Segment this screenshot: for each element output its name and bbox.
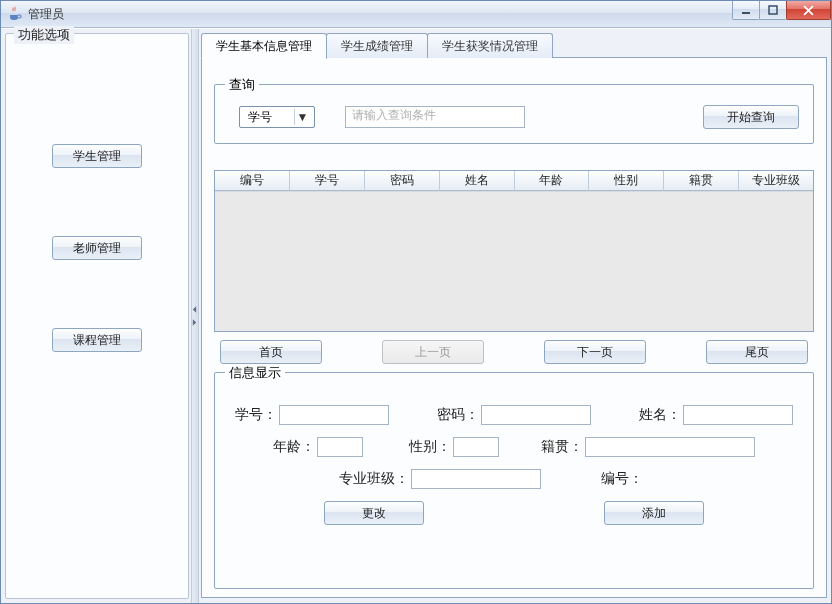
label-id: 编号： bbox=[601, 470, 643, 488]
tab-awards[interactable]: 学生获奖情况管理 bbox=[427, 33, 553, 58]
java-cup-icon bbox=[7, 6, 23, 22]
input-class[interactable] bbox=[411, 469, 541, 489]
close-button[interactable] bbox=[786, 1, 831, 20]
label-age: 年龄： bbox=[273, 438, 315, 456]
svg-rect-1 bbox=[769, 6, 777, 14]
col-name[interactable]: 姓名 bbox=[440, 171, 515, 191]
tab-basic-info[interactable]: 学生基本信息管理 bbox=[201, 33, 327, 59]
results-table[interactable]: 编号 学号 密码 姓名 年龄 性别 籍贯 专业班级 bbox=[214, 170, 814, 332]
input-origin[interactable] bbox=[585, 437, 755, 457]
svg-rect-0 bbox=[742, 12, 750, 14]
chevron-down-icon: ▼ bbox=[294, 109, 310, 125]
col-class[interactable]: 专业班级 bbox=[739, 171, 813, 191]
input-sno[interactable] bbox=[279, 405, 389, 425]
label-pwd: 密码： bbox=[437, 406, 479, 424]
main-panel: 学生基本信息管理 学生成绩管理 学生获奖情况管理 查询 学号 ▼ 请输入查询条件… bbox=[199, 29, 831, 603]
window-controls bbox=[733, 1, 831, 21]
minimize-button[interactable] bbox=[732, 1, 760, 20]
input-sex[interactable] bbox=[453, 437, 499, 457]
col-sno[interactable]: 学号 bbox=[290, 171, 365, 191]
label-origin: 籍贯： bbox=[541, 438, 583, 456]
app-window: 管理员 功能选项 学生管理 老师管理 课程管理 bbox=[0, 0, 832, 604]
col-id[interactable]: 编号 bbox=[215, 171, 290, 191]
first-page-button[interactable]: 首页 bbox=[220, 340, 322, 364]
chevron-left-icon bbox=[192, 306, 197, 313]
query-input[interactable]: 请输入查询条件 bbox=[345, 106, 525, 128]
tab-score[interactable]: 学生成绩管理 bbox=[326, 33, 428, 58]
tab-panel-basic-info: 查询 学号 ▼ 请输入查询条件 开始查询 编号 学号 bbox=[201, 57, 827, 598]
detail-group: 信息显示 学号： 密码： 姓名： bbox=[214, 372, 814, 589]
update-button[interactable]: 更改 bbox=[324, 501, 424, 525]
next-page-button[interactable]: 下一页 bbox=[544, 340, 646, 364]
query-group: 查询 学号 ▼ 请输入查询条件 开始查询 bbox=[214, 84, 814, 144]
sidebar-legend: 功能选项 bbox=[14, 26, 74, 44]
detail-legend: 信息显示 bbox=[225, 364, 285, 382]
col-sex[interactable]: 性别 bbox=[589, 171, 664, 191]
table-body[interactable] bbox=[215, 191, 813, 331]
input-age[interactable] bbox=[317, 437, 363, 457]
tab-strip: 学生基本信息管理 学生成绩管理 学生获奖情况管理 bbox=[201, 33, 827, 58]
sidebar-group: 功能选项 学生管理 老师管理 课程管理 bbox=[5, 33, 189, 599]
search-button[interactable]: 开始查询 bbox=[703, 105, 799, 129]
maximize-button[interactable] bbox=[759, 1, 787, 20]
label-class: 专业班级： bbox=[339, 470, 409, 488]
col-pwd[interactable]: 密码 bbox=[365, 171, 440, 191]
student-manage-button[interactable]: 学生管理 bbox=[52, 144, 142, 168]
input-name[interactable] bbox=[683, 405, 793, 425]
teacher-manage-button[interactable]: 老师管理 bbox=[52, 236, 142, 260]
add-button[interactable]: 添加 bbox=[604, 501, 704, 525]
split-handle[interactable] bbox=[191, 29, 199, 603]
input-pwd[interactable] bbox=[481, 405, 591, 425]
label-name: 姓名： bbox=[639, 406, 681, 424]
prev-page-button[interactable]: 上一页 bbox=[382, 340, 484, 364]
last-page-button[interactable]: 尾页 bbox=[706, 340, 808, 364]
col-age[interactable]: 年龄 bbox=[515, 171, 590, 191]
query-legend: 查询 bbox=[225, 76, 259, 94]
client-area: 功能选项 学生管理 老师管理 课程管理 学生基本信息管理 学生成绩管理 学生获奖… bbox=[1, 28, 831, 603]
titlebar[interactable]: 管理员 bbox=[1, 1, 831, 28]
combo-value: 学号 bbox=[248, 109, 272, 126]
table-header: 编号 学号 密码 姓名 年龄 性别 籍贯 专业班级 bbox=[215, 171, 813, 191]
col-origin[interactable]: 籍贯 bbox=[664, 171, 739, 191]
sidebar: 功能选项 学生管理 老师管理 课程管理 bbox=[1, 29, 191, 603]
label-sno: 学号： bbox=[235, 406, 277, 424]
chevron-right-icon bbox=[192, 319, 197, 326]
course-manage-button[interactable]: 课程管理 bbox=[52, 328, 142, 352]
pager: 首页 上一页 下一页 尾页 bbox=[214, 332, 814, 368]
window-title: 管理员 bbox=[28, 6, 64, 23]
query-field-combo[interactable]: 学号 ▼ bbox=[239, 106, 315, 128]
label-sex: 性别： bbox=[409, 438, 451, 456]
